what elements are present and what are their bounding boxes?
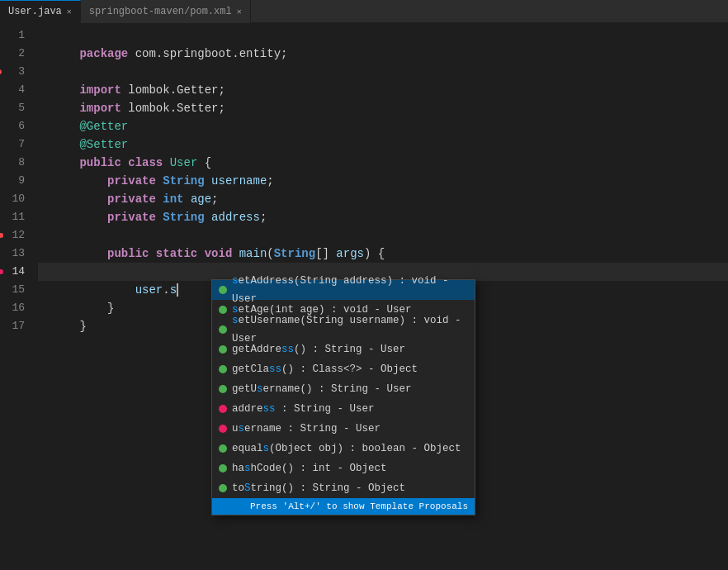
line-num-3: 3 xyxy=(0,63,25,81)
autocomplete-text-5: getClass() : Class<?> - Object xyxy=(232,360,418,378)
code-line-7: public class User { xyxy=(38,135,728,154)
code-line-4: import lombok.Setter; xyxy=(38,81,728,99)
code-line-13: User user=new User(); xyxy=(38,245,728,263)
tab-pom-xml[interactable]: springboot-maven/pom.xml ✕ xyxy=(81,0,251,23)
code-line-10: private String address; xyxy=(38,190,728,208)
autocomplete-icon-4 xyxy=(219,345,227,354)
autocomplete-text-7: address : String - User xyxy=(232,400,375,418)
tab-user-java[interactable]: User.java ✕ xyxy=(0,0,81,23)
line-num-5: 5 xyxy=(0,99,25,117)
line-num-4: 4 xyxy=(0,81,25,99)
tab-pom-xml-close[interactable]: ✕ xyxy=(237,7,242,17)
autocomplete-text-9: equals(Object obj) : boolean - Object xyxy=(232,439,461,458)
autocomplete-text-4: getAddress() : String - User xyxy=(232,340,405,359)
tab-user-java-label: User.java xyxy=(8,6,62,17)
autocomplete-item-1[interactable]: setAddress(String address) : void - User xyxy=(212,280,475,300)
code-line-1: package com.springboot.entity; xyxy=(38,26,728,45)
code-line-6: @Setter xyxy=(38,117,728,135)
autocomplete-icon-10 xyxy=(219,464,227,473)
line-num-8: 8 xyxy=(0,154,25,172)
code-line-8: private String username; xyxy=(38,154,728,172)
autocomplete-footer: Press 'Alt+/' to show Template Proposals xyxy=(212,498,475,515)
line-num-10: 10 xyxy=(0,190,25,208)
autocomplete-icon-3 xyxy=(219,325,227,334)
line-num-1: 1 xyxy=(0,26,25,45)
line-num-11: 11 xyxy=(0,208,25,226)
autocomplete-item-7[interactable]: address : String - User xyxy=(212,399,475,419)
line-num-7: 7 xyxy=(0,135,25,154)
code-line-11 xyxy=(38,208,728,226)
tab-pom-xml-label: springboot-maven/pom.xml xyxy=(89,6,232,17)
line-num-12: 12 xyxy=(0,226,25,245)
code-area[interactable]: package com.springboot.entity; import lo… xyxy=(31,23,728,570)
autocomplete-icon-6 xyxy=(219,385,227,393)
code-line-9: private int age; xyxy=(38,172,728,190)
autocomplete-item-9[interactable]: equals(Object obj) : boolean - Object xyxy=(212,439,475,458)
autocomplete-text-8: username : String - User xyxy=(232,420,381,438)
autocomplete-item-6[interactable]: getUsername() : String - User xyxy=(212,379,475,399)
line-num-14: 14 xyxy=(0,263,25,281)
code-line-3: import lombok.Getter; xyxy=(38,63,728,81)
autocomplete-icon-9 xyxy=(219,444,227,453)
line-num-17: 17 xyxy=(0,317,25,335)
code-line-2 xyxy=(38,45,728,63)
autocomplete-text-10: hashCode() : int - Object xyxy=(232,459,387,477)
autocomplete-icon-11 xyxy=(219,484,227,492)
autocomplete-icon-7 xyxy=(219,405,227,413)
autocomplete-item-5[interactable]: getClass() : Class<?> - Object xyxy=(212,359,475,379)
line-numbers: 1 2 3 4 5 6 7 8 9 10 11 12 13 14 15 16 1… xyxy=(0,23,31,570)
autocomplete-item-8[interactable]: username : String - User xyxy=(212,419,475,439)
editor: 1 2 3 4 5 6 7 8 9 10 11 12 13 14 15 16 1… xyxy=(0,23,728,570)
line-num-6: 6 xyxy=(0,117,25,135)
tab-user-java-close[interactable]: ✕ xyxy=(67,7,72,17)
autocomplete-item-3[interactable]: setUsername(String username) : void - Us… xyxy=(212,320,475,340)
autocomplete-dropdown[interactable]: setAddress(String address) : void - User… xyxy=(211,279,475,515)
autocomplete-icon-2 xyxy=(219,306,227,314)
autocomplete-icon-8 xyxy=(219,425,227,433)
line-num-15: 15 xyxy=(0,281,25,299)
line-num-2: 2 xyxy=(0,45,25,63)
line-num-16: 16 xyxy=(0,299,25,317)
code-line-12: public static void main(String[] args) { xyxy=(38,226,728,245)
autocomplete-footer-text: Press 'Alt+/' to show Template Proposals xyxy=(250,497,468,515)
autocomplete-item-11[interactable]: toString() : String - Object xyxy=(212,478,475,498)
autocomplete-icon-5 xyxy=(219,365,227,373)
tab-bar: User.java ✕ springboot-maven/pom.xml ✕ xyxy=(0,0,728,23)
autocomplete-text-11: toString() : String - Object xyxy=(232,479,405,497)
autocomplete-text-6: getUsername() : String - User xyxy=(232,380,412,398)
line-num-13: 13 xyxy=(0,245,25,263)
autocomplete-item-10[interactable]: hashCode() : int - Object xyxy=(212,458,475,478)
code-line-5: @Getter xyxy=(38,99,728,117)
line-num-9: 9 xyxy=(0,172,25,190)
autocomplete-icon-1 xyxy=(219,286,227,294)
